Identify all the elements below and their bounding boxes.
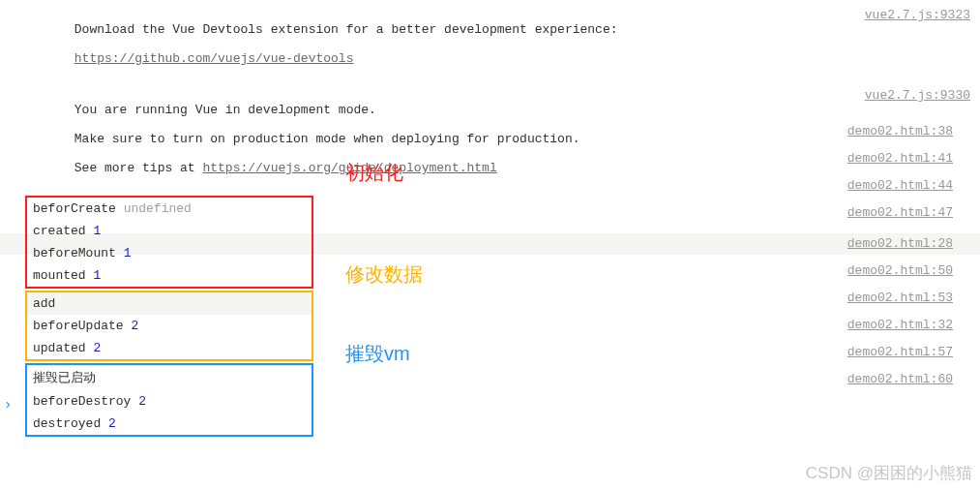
number-value: 2 (131, 319, 138, 333)
log-row: You are running Vue in development mode.… (0, 84, 980, 194)
log-message: 摧毁已启动 (33, 369, 306, 386)
log-message: add (33, 296, 306, 311)
source-link[interactable]: vue2.7.js:9323 (865, 8, 970, 22)
log-text: mounted (33, 268, 86, 283)
source-link[interactable]: demo02.html:50 (847, 263, 953, 278)
source-link[interactable]: demo02.html:32 (847, 318, 953, 332)
deployment-link[interactable]: https://vuejs.org/guide/deployment.html (202, 161, 496, 175)
log-text: beforeDestroy (33, 394, 131, 409)
log-message: updated 2 (33, 341, 306, 355)
log-text: beforeMount (33, 246, 116, 260)
source-link[interactable]: demo02.html:41 (847, 151, 953, 166)
watermark-text: CSDN @困困的小熊猫 (806, 462, 972, 484)
source-link[interactable]: demo02.html:53 (847, 291, 953, 305)
log-text: You are running Vue in development mode. (74, 103, 376, 117)
log-message: beforCreate undefined (33, 201, 306, 216)
log-row: mounted 1 (27, 264, 312, 287)
number-value: 1 (124, 246, 132, 260)
log-row: beforeMount 1 (27, 242, 312, 264)
console-output: Download the Vue Devtools extension for … (0, 0, 980, 437)
log-message: mounted 1 (33, 268, 306, 283)
undefined-value: undefined (124, 201, 192, 216)
source-link[interactable]: demo02.html:47 (847, 205, 953, 220)
log-row: Download the Vue Devtools extension for … (0, 4, 980, 84)
log-text: updated (33, 341, 86, 355)
source-link[interactable]: demo02.html:57 (847, 345, 953, 359)
log-text: Make sure to turn on production mode whe… (74, 132, 580, 146)
log-message: beforeUpdate 2 (33, 319, 306, 333)
number-value: 2 (138, 394, 146, 409)
log-text: destroyed (33, 416, 101, 431)
log-row: beforeUpdate 2 (27, 315, 312, 337)
log-row: 摧毁已启动 (27, 365, 312, 390)
annotation-box-blue: 摧毁已启动beforeDestroy 2destroyed 2 (25, 363, 313, 437)
annotation-box-red: beforCreate undefinedcreated 1beforeMoun… (25, 196, 313, 289)
log-row: created 1 (27, 220, 312, 242)
log-text: created (33, 224, 86, 238)
log-message: beforeDestroy 2 (33, 394, 306, 409)
log-row: add (27, 292, 312, 315)
source-link[interactable]: demo02.html:28 (847, 236, 953, 251)
log-text: 摧毁已启动 (33, 371, 96, 385)
number-value: 2 (108, 416, 116, 431)
log-text: beforCreate (33, 201, 116, 216)
log-row: beforCreate undefined (27, 198, 312, 220)
number-value: 2 (93, 341, 101, 355)
number-value: 1 (93, 224, 101, 238)
source-link[interactable]: vue2.7.js:9330 (865, 88, 970, 103)
log-row: updated 2 (27, 337, 312, 359)
source-link[interactable]: demo02.html:60 (847, 372, 953, 386)
source-link[interactable]: demo02.html:44 (847, 178, 953, 193)
log-text: Download the Vue Devtools extension for … (74, 22, 618, 37)
log-message: Download the Vue Devtools extension for … (29, 8, 853, 80)
log-text: beforeUpdate (33, 319, 124, 333)
log-text: add (33, 296, 55, 311)
console-prompt-icon[interactable]: › (4, 397, 12, 413)
log-row: destroyed 2 (27, 413, 312, 435)
devtools-link[interactable]: https://github.com/vuejs/vue-devtools (74, 51, 354, 66)
log-message: You are running Vue in development mode.… (29, 88, 853, 190)
number-value: 1 (93, 268, 101, 283)
log-row: beforeDestroy 2 (27, 390, 312, 413)
source-link[interactable]: demo02.html:38 (847, 124, 953, 138)
annotation-box-orange: addbeforeUpdate 2updated 2 (25, 291, 313, 361)
log-message: destroyed 2 (33, 416, 306, 431)
log-message: beforeMount 1 (33, 246, 306, 260)
log-message: created 1 (33, 224, 306, 238)
log-text: See more tips at (74, 161, 203, 175)
